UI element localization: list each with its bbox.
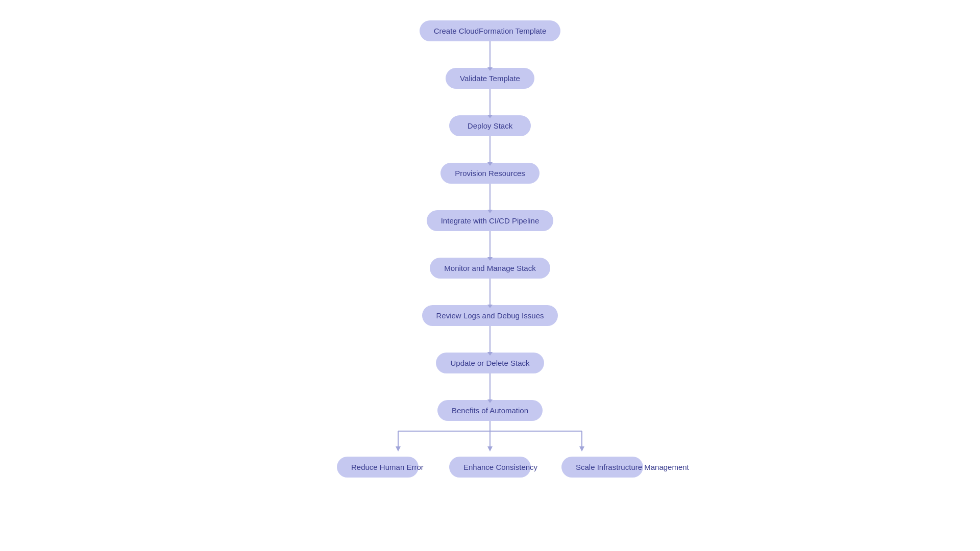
node-provision-resources: Provision Resources	[440, 163, 540, 184]
node-review-logs: Review Logs and Debug Issues	[422, 305, 558, 326]
node-validate-template: Validate Template	[446, 68, 534, 89]
connector-6	[489, 279, 491, 305]
connector-1	[489, 41, 491, 68]
svg-marker-4	[396, 446, 401, 452]
node-update-delete: Update or Delete Stack	[436, 353, 544, 373]
node-benefits: Benefits of Automation	[437, 400, 543, 421]
node-integrate-cicd: Integrate with CI/CD Pipeline	[427, 210, 554, 231]
connector-7	[489, 326, 491, 353]
branch-nodes-container: Reduce Human Error Enhance Consistency S…	[337, 457, 643, 478]
svg-marker-7	[579, 446, 584, 452]
connector-5	[489, 231, 491, 258]
node-enhance-consistency: Enhance Consistency	[449, 457, 531, 478]
connector-2	[489, 89, 491, 115]
flowchart-diagram: Create CloudFormation Template Validate …	[0, 10, 980, 478]
connector-3	[489, 136, 491, 163]
node-create-template: Create CloudFormation Template	[420, 20, 561, 41]
branch-lines-svg	[337, 421, 643, 457]
node-reduce-error: Reduce Human Error	[337, 457, 419, 478]
svg-marker-1	[487, 446, 493, 452]
connector-8	[489, 373, 491, 400]
node-monitor-stack: Monitor and Manage Stack	[430, 258, 550, 279]
connector-4	[489, 184, 491, 210]
node-deploy-stack: Deploy Stack	[449, 115, 531, 136]
node-scale-infra: Scale Infrastructure Management	[561, 457, 643, 478]
